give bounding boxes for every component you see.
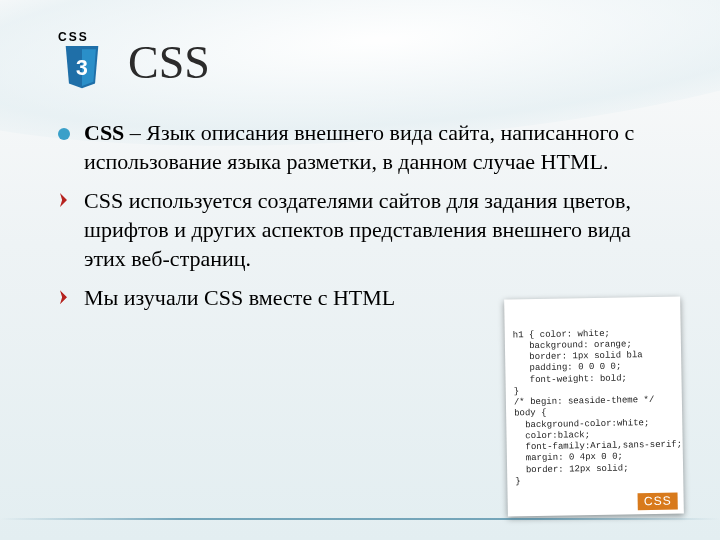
footer-divider bbox=[0, 518, 720, 520]
css3-logo-label: CSS bbox=[58, 30, 114, 44]
bullet-text: CSS используется создателями сайтов для … bbox=[84, 188, 631, 271]
code-sample-card: h1 { color: white; background: orange; b… bbox=[504, 296, 684, 516]
slide-title: CSS bbox=[128, 36, 210, 89]
bullet-text: – Язык описания внешнего вида сайта, нап… bbox=[84, 120, 634, 174]
css3-logo: CSS 3 bbox=[58, 30, 114, 94]
bullet-lead: CSS bbox=[84, 120, 124, 145]
css3-shield-icon: 3 bbox=[58, 46, 106, 90]
title-row: CSS 3 CSS bbox=[58, 30, 672, 94]
css3-logo-num: 3 bbox=[76, 56, 88, 79]
content-body: CSS – Язык описания внешнего вида сайта,… bbox=[48, 118, 672, 312]
code-language-tag: CSS bbox=[638, 492, 678, 510]
bullet-item: CSS – Язык описания внешнего вида сайта,… bbox=[48, 118, 672, 176]
code-sample-text: h1 { color: white; background: orange; b… bbox=[513, 327, 678, 487]
bullet-item: CSS используется создателями сайтов для … bbox=[48, 186, 672, 273]
bullet-text: Мы изучали CSS вместе с HTML bbox=[84, 285, 395, 310]
